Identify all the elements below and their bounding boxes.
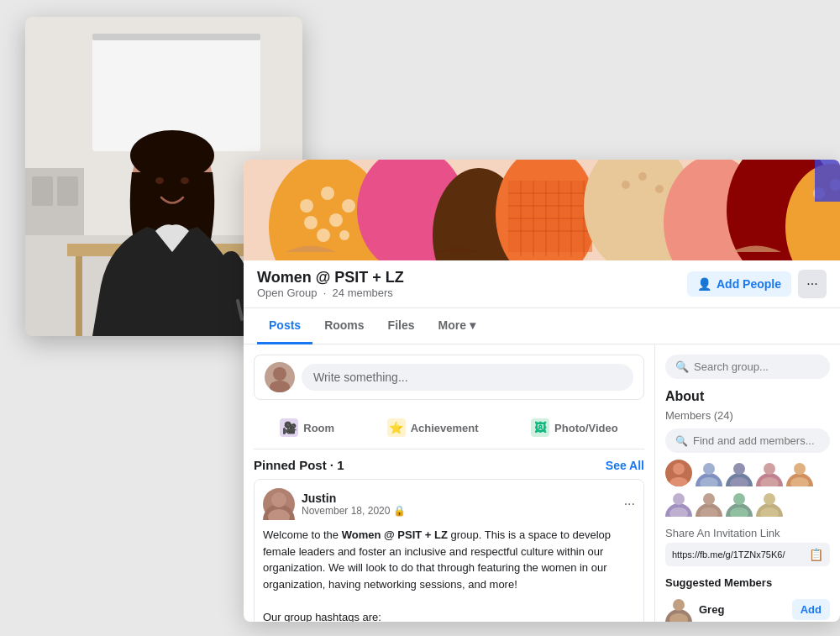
- svg-point-43: [655, 185, 664, 193]
- svg-point-71: [673, 493, 685, 505]
- post-more-button[interactable]: ···: [624, 497, 635, 512]
- member-avatar: [726, 490, 753, 517]
- invite-link-text: https://fb.me/g/1TZNx75K6/: [672, 549, 804, 560]
- tab-files[interactable]: Files: [376, 308, 427, 344]
- member-avatar: [696, 490, 722, 517]
- achievement-action-button[interactable]: ⭐ Achievement: [377, 413, 489, 442]
- post-text: Welcome to the Women @ PSIT + LZ group. …: [263, 527, 635, 622]
- tab-more[interactable]: More ▾: [426, 308, 486, 344]
- achievement-icon: ⭐: [387, 418, 406, 437]
- members-count: Members (24): [665, 409, 830, 422]
- find-members-box[interactable]: 🔍: [665, 428, 830, 453]
- author-name: Justin: [302, 491, 406, 505]
- see-all-button[interactable]: See All: [606, 459, 644, 472]
- invite-link-box: https://fb.me/g/1TZNx75K6/ 📋: [665, 543, 830, 566]
- nav-tabs: Posts Rooms Files More ▾: [244, 308, 840, 344]
- svg-point-15: [155, 177, 164, 184]
- current-user-avatar: [265, 362, 295, 392]
- svg-point-77: [733, 493, 745, 505]
- search-group-input[interactable]: [694, 360, 820, 373]
- svg-point-23: [329, 213, 343, 227]
- pinned-header: Pinned Post · 1 See All: [254, 458, 644, 472]
- member-avatar: [756, 490, 783, 517]
- suggested-members-title: Suggested Members: [665, 576, 830, 589]
- svg-point-74: [703, 493, 715, 505]
- author-avatar: [263, 488, 295, 520]
- invite-link-label: Share An Invitation Link: [665, 527, 830, 539]
- main-layout: Write something... 🎥 Room ⭐ Achievement …: [244, 344, 840, 622]
- post-author: Justin November 18, 2020 🔒 ···: [263, 488, 635, 520]
- svg-point-20: [321, 187, 334, 200]
- feed: Write something... 🎥 Room ⭐ Achievement …: [244, 344, 655, 622]
- find-members-input[interactable]: [693, 434, 820, 447]
- suggested-avatar-greg: [665, 596, 692, 622]
- suggested-name-greg: Greg: [699, 603, 785, 616]
- photo-icon: 🖼: [531, 418, 549, 437]
- svg-point-62: [733, 463, 745, 475]
- search-group-box[interactable]: 🔍: [665, 355, 830, 379]
- post-actions-bar: 🎥 Room ⭐ Achievement 🖼 Photo/Video: [254, 408, 644, 449]
- member-avatar: [665, 460, 692, 486]
- search-icon: 🔍: [675, 360, 689, 373]
- member-avatar: [786, 460, 813, 486]
- svg-point-41: [622, 181, 630, 189]
- header-actions: 👤 Add People ···: [687, 270, 827, 298]
- svg-point-53: [271, 492, 286, 507]
- svg-rect-5: [32, 176, 53, 206]
- member-avatar: [726, 460, 753, 486]
- svg-point-25: [339, 230, 349, 240]
- svg-point-22: [304, 216, 318, 229]
- group-meta: Open Group · 24 members: [257, 286, 404, 299]
- member-avatar: [756, 460, 783, 486]
- svg-point-65: [764, 463, 775, 475]
- svg-point-21: [342, 199, 355, 213]
- member-avatar: [665, 490, 692, 517]
- room-action-button[interactable]: 🎥 Room: [270, 413, 344, 442]
- svg-point-19: [300, 199, 313, 213]
- group-header: Women @ PSIT + LZ Open Group · 24 member…: [244, 260, 840, 308]
- write-post-input[interactable]: Write something...: [302, 364, 633, 391]
- svg-point-59: [703, 463, 715, 475]
- svg-point-24: [317, 229, 330, 242]
- group-name: Women @ PSIT + LZ: [257, 269, 404, 286]
- svg-point-68: [794, 463, 806, 475]
- tab-rooms[interactable]: Rooms: [312, 308, 375, 344]
- svg-point-51: [270, 381, 290, 392]
- svg-rect-49: [815, 160, 840, 202]
- chevron-down-icon: ▾: [470, 318, 475, 332]
- photo-action-button[interactable]: 🖼 Photo/Video: [521, 413, 628, 442]
- tab-posts[interactable]: Posts: [257, 308, 312, 344]
- suggested-member-greg: Greg Add: [665, 596, 830, 622]
- svg-rect-8: [76, 256, 82, 336]
- more-options-button[interactable]: ···: [798, 270, 827, 298]
- write-post-box: Write something...: [254, 355, 644, 400]
- group-panel: Women @ PSIT + LZ Open Group · 24 member…: [244, 160, 840, 622]
- author-info: Justin November 18, 2020 🔒: [302, 491, 406, 517]
- add-greg-button[interactable]: Add: [792, 599, 830, 620]
- copy-icon[interactable]: 📋: [809, 548, 823, 561]
- add-people-button[interactable]: 👤 Add People: [687, 271, 791, 297]
- svg-point-56: [673, 463, 685, 475]
- pinned-title: Pinned Post · 1: [254, 458, 344, 472]
- lock-icon: 🔒: [393, 505, 406, 517]
- more-icon: ···: [806, 276, 817, 292]
- svg-point-80: [764, 493, 775, 505]
- add-people-icon: 👤: [697, 277, 711, 291]
- svg-point-16: [181, 177, 189, 184]
- svg-rect-3: [92, 34, 260, 40]
- post-date: November 18, 2020 🔒: [302, 505, 406, 517]
- svg-rect-6: [57, 176, 78, 206]
- svg-point-50: [273, 367, 286, 381]
- svg-point-83: [673, 599, 685, 611]
- cover-image: [244, 160, 840, 260]
- room-icon: 🎥: [280, 418, 298, 437]
- sidebar: 🔍 About Members (24) 🔍: [655, 344, 840, 622]
- member-avatars: [665, 460, 830, 517]
- post-card: Justin November 18, 2020 🔒 ··· Welcome t…: [254, 479, 644, 622]
- svg-point-42: [638, 172, 647, 181]
- about-title: About: [665, 389, 830, 404]
- group-info: Women @ PSIT + LZ Open Group · 24 member…: [257, 269, 404, 299]
- find-search-icon: 🔍: [675, 435, 688, 447]
- member-avatar: [696, 460, 722, 486]
